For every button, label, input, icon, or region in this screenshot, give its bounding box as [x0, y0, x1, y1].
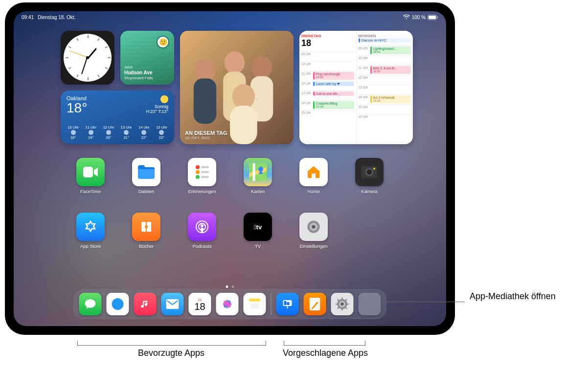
svg-point-25 [367, 170, 372, 175]
bracket-fav [77, 341, 266, 346]
app-books[interactable]: Bücher [118, 213, 174, 249]
appstore-icon [76, 213, 105, 241]
dock-messages[interactable] [79, 293, 102, 315]
sun-icon [160, 95, 168, 103]
dock-notes[interactable] [244, 293, 266, 315]
svg-text:tv: tv [254, 223, 262, 231]
app-appstore[interactable]: App Store [63, 213, 118, 249]
findmy-widget[interactable]: 🙂 Jetzt Hudson Ave Stuyvesant Falls [120, 31, 174, 85]
dock-app-library[interactable] [359, 293, 381, 315]
weather-widget[interactable]: Oakland 18° Sonnig H:22° T:13° 10 Uhr18°… [61, 90, 174, 144]
dock-photos[interactable] [216, 293, 239, 315]
svg-point-58 [341, 303, 344, 306]
camera-icon [355, 158, 384, 186]
dock-cal-day: 18 [194, 302, 205, 311]
app-label: Einstellungen [299, 243, 327, 249]
svg-point-27 [145, 225, 148, 228]
app-label: Kamera [361, 189, 377, 194]
photos-widget[interactable]: AN DIESEM TAG 18. OKT. 2022 [180, 31, 294, 144]
svg-line-65 [338, 307, 339, 309]
callout-leader [383, 302, 465, 302]
svg-line-66 [345, 299, 347, 301]
app-label: Bücher [139, 243, 154, 249]
svg-rect-22 [312, 174, 316, 178]
app-tv[interactable]: tvTV [230, 213, 286, 249]
app-camera[interactable]: Kamera [341, 158, 397, 194]
cal-today-day: 18 [301, 38, 354, 48]
weather-cond: Sonnig [146, 104, 168, 109]
svg-rect-52 [284, 301, 287, 305]
home-icon [299, 158, 328, 186]
svg-rect-53 [287, 302, 290, 305]
findmy-place: Hudson Ave [124, 70, 153, 76]
dock-settings[interactable] [331, 293, 354, 315]
app-facetime[interactable]: FaceTime [63, 158, 118, 194]
callout-sugg: Vorgeschlagene Apps [274, 348, 377, 358]
calendar-widget[interactable]: DIENSTAG 18 09 Uhr10 Uhr11 UhrProp run-t… [299, 31, 413, 144]
app-maps[interactable]: Karten [230, 158, 286, 194]
app-files[interactable]: Dateien [118, 158, 174, 194]
svg-rect-12 [83, 167, 93, 177]
dock: Di 18 [73, 289, 387, 319]
dock-separator [271, 293, 271, 315]
findmy-avatar-icon: 🙂 [157, 36, 169, 48]
app-settings[interactable]: Einstellungen [286, 213, 341, 249]
app-podcasts[interactable]: Podcasts [174, 213, 230, 249]
files-icon [132, 158, 160, 186]
app-reminders[interactable]: Erinnerungen [174, 158, 230, 194]
app-label: Karten [251, 189, 265, 194]
books-icon [132, 213, 160, 241]
status-date: Dienstag 18. Okt. [38, 15, 75, 20]
dock-music[interactable] [134, 293, 157, 315]
svg-point-6 [224, 51, 245, 74]
svg-point-16 [196, 170, 200, 174]
cal-tomorrow-sub: Darron in NYC [359, 38, 411, 43]
bracket-sugg [284, 341, 365, 346]
app-label: TV [255, 243, 261, 249]
dock-calendar[interactable]: Di 18 [189, 293, 211, 315]
clock-widget[interactable] [61, 31, 114, 85]
wifi-icon [403, 15, 410, 20]
app-label: App Store [80, 243, 101, 249]
photos-date: 18. OKT. 2022 [185, 136, 227, 140]
svg-rect-19 [201, 176, 209, 178]
maps-icon [244, 158, 272, 186]
reminders-icon [188, 158, 216, 186]
status-bar: 09:41 Dienstag 18. Okt. 100 % [14, 11, 446, 23]
app-label: Home [307, 189, 319, 194]
app-label: FaceTime [80, 189, 101, 194]
findmy-now: Jetzt [124, 65, 153, 70]
page-indicator[interactable] [226, 285, 234, 288]
dock-pages[interactable] [304, 293, 326, 315]
podcasts-icon [188, 213, 216, 241]
home-screen: 09:41 Dienstag 18. Okt. 100 % [14, 11, 446, 326]
cal-today-label: DIENSTAG [301, 34, 354, 38]
dock-mail[interactable] [161, 293, 184, 315]
svg-point-30 [201, 224, 204, 227]
dock-keynote[interactable] [276, 293, 299, 315]
svg-point-10 [232, 84, 255, 109]
app-label: Erinnerungen [188, 189, 216, 194]
svg-rect-47 [249, 299, 260, 302]
svg-rect-55 [310, 298, 320, 310]
svg-rect-1 [429, 16, 436, 19]
svg-point-8 [251, 56, 272, 78]
facetime-icon [76, 158, 105, 186]
app-label: Dateien [138, 189, 155, 194]
svg-point-26 [373, 168, 375, 170]
app-home[interactable]: Home [286, 158, 341, 194]
svg-line-64 [345, 307, 347, 309]
svg-rect-11 [230, 106, 257, 144]
app-label: Podcasts [192, 243, 211, 249]
svg-point-18 [196, 175, 200, 179]
photos-title: AN DIESEM TAG [185, 130, 227, 136]
callout-fav: Bevorzugte Apps [64, 348, 279, 358]
callout-applib: App-Mediathek öffnen [470, 291, 577, 302]
svg-rect-2 [437, 16, 438, 18]
svg-line-63 [338, 299, 339, 301]
battery-icon [428, 15, 438, 20]
weather-hilo: H:22° T:13° [146, 109, 168, 114]
tv-icon: tv [244, 213, 272, 241]
svg-point-34 [312, 225, 315, 228]
dock-safari[interactable] [107, 293, 129, 315]
